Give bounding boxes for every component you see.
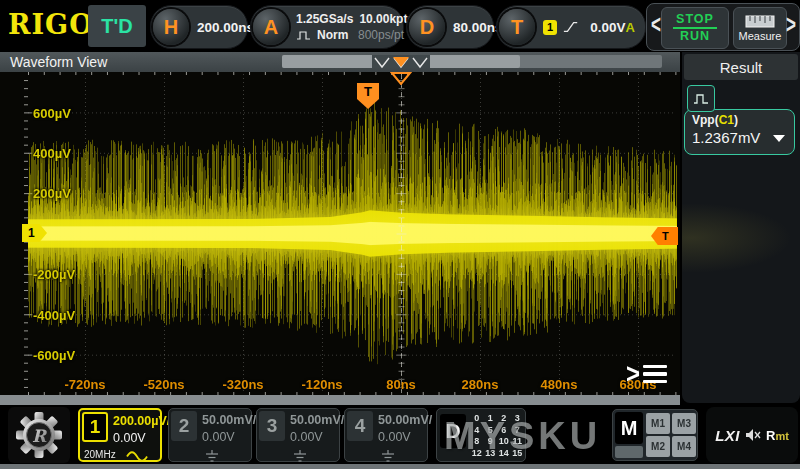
channel-3-button[interactable]: 3 50.00mV/ 0.00V [256,408,340,462]
channel-4-number: 4 [347,411,373,441]
stop-label: STOP [676,12,714,27]
nav-left-chevron[interactable]: < [651,10,661,40]
channel-4-scale: 50.00mV/ [378,413,432,427]
run-label: RUN [680,29,710,44]
trigger-source-badge: 1 [543,20,557,35]
chevron-right-icon: > [626,357,640,392]
channel-4-offset: 0.00V [378,430,411,444]
oscilloscope-screen: RIGOL T'D H 200.00ns/ A 1.25GSa/s 10.00k… [0,0,800,469]
x-axis-label: -320ns [222,377,263,392]
math-channels-button[interactable]: M M1 M3 M2 M4 [612,409,698,461]
measurement-result-card[interactable]: Vpp(C1) 1.2367mV [684,109,795,155]
digital-bit: 7 [515,425,520,437]
gnd-coupling-icon [205,450,219,462]
digital-bit: 5 [488,425,493,437]
digital-bit: 12 [472,448,482,460]
horizontal-icon: H [153,9,189,45]
result-panel: Result Vpp(C1) 1.2367mV [682,52,800,403]
waveform-display[interactable] [0,72,680,395]
horizontal-settings-button[interactable]: H 200.00ns/ [150,5,248,49]
measurement-value: 1.2367mV [692,129,760,146]
svg-text:R: R [32,426,48,446]
digital-bit: 2 [501,413,506,425]
channel-1-offset: 0.00V [113,431,146,445]
x-axis-label: 280ns [462,377,499,392]
math-grid: M1 M3 M2 M4 [646,413,696,457]
digital-bit: 9 [488,436,493,448]
channel-2-offset: 0.00V [202,430,235,444]
scrollbar-zoom-window[interactable] [372,55,430,68]
x-axis-label: 80ns [386,377,416,392]
trigger-slope-icon [563,20,578,34]
menu-lines-icon [643,365,667,384]
math-m4-button[interactable]: M4 [672,436,696,457]
measure-label: Measure [739,30,782,42]
digital-bit: 13 [485,448,495,460]
digital-bit: 0 [474,413,479,425]
waveform-window-bottom-strip [0,395,680,405]
channel-3-scale: 50.00mV/ [290,413,344,427]
waveform-view-window: Waveform View 600µV 400µV 200µV -200µV -… [0,52,680,405]
nav-right-chevron[interactable]: > [786,10,796,40]
math-m3-button[interactable]: M3 [672,413,696,434]
acquisition-settings-button[interactable]: A 1.25GSa/s 10.00kpts Norm 800ps/pt [250,5,404,49]
digital-bits-grid: 0123456789101112131415 [470,413,524,459]
acquire-mode: Norm [317,28,348,42]
trigger-status-badge: T'D [88,5,146,47]
digital-bit: 4 [474,425,479,437]
timebase-scrollbar[interactable] [282,55,662,68]
channel-1-bandwidth: 20MHz [84,449,116,460]
digital-bit: 15 [512,448,522,460]
gnd-coupling-icon [293,450,307,462]
io-status-box[interactable]: LXI Rmt [706,407,798,463]
digital-bit: 11 [512,436,522,448]
channel-2-button[interactable]: 2 50.00mV/ 0.00V [168,408,252,462]
measurement-channel: C1 [719,113,734,127]
trigger-position-triangle[interactable] [390,72,412,85]
channel-1-scale: 200.00µV/ [113,414,170,428]
channel-1-number: 1 [82,412,108,442]
rigol-gear-menu-button[interactable]: R [8,407,70,463]
digital-label: D [440,414,466,448]
remote-indicator: Rmt [766,428,789,443]
y-axis-label: -400µV [33,307,75,322]
ruler-icon [745,15,775,28]
measure-button[interactable]: Measure [733,7,787,49]
quick-action-cluster: < STOP RUN Measure > [646,3,800,51]
math-label: M [615,412,643,444]
top-status-bar: RIGOL T'D H 200.00ns/ A 1.25GSa/s 10.00k… [0,0,800,52]
result-panel-title: Result [684,54,798,80]
trigger-settings-button[interactable]: T 1 0.00V A [496,5,646,49]
stop-run-button[interactable]: STOP RUN [661,7,729,49]
trigger-icon: T [499,9,535,45]
math-filler [615,446,643,458]
timebase-value: 200.00ns/ [197,20,258,35]
bottom-edge-strip [0,464,800,469]
bottom-status-bar: R 1 200.00µV/ 0.00V 20MHz 2 50.00mV/ 0.0… [0,405,800,469]
acquire-info: 1.25GSa/s 10.00kpts Norm 800ps/pt [296,12,404,42]
digital-channels-button[interactable]: D 0123456789101112131415 [436,408,526,462]
digital-bit: 14 [499,448,509,460]
channel-1-button[interactable]: 1 200.00µV/ 0.00V 20MHz [78,408,162,462]
vpp-pulse-icon [693,93,709,105]
digital-bit: 10 [499,436,509,448]
gear-icon: R [15,411,63,459]
trigger-level-value: 0.00V [590,20,625,35]
expand-menu-button[interactable]: > [626,358,672,390]
measurement-type-tab[interactable] [687,85,715,112]
y-axis-label: 600µV [33,105,71,120]
speaker-muted-icon [745,428,761,442]
channel-3-offset: 0.00V [290,430,323,444]
dropdown-caret-icon[interactable] [773,135,785,142]
y-axis-label: -200µV [33,267,75,282]
y-axis-label: -600µV [33,348,75,363]
waveform-view-titlebar[interactable]: Waveform View [0,52,680,72]
math-m2-button[interactable]: M2 [646,436,670,457]
math-m1-button[interactable]: M1 [646,413,670,434]
digital-bit: 8 [474,436,479,448]
delay-settings-button[interactable]: D 80.00ns [406,5,494,49]
channel-4-button[interactable]: 4 50.00mV/ 0.00V [344,408,428,462]
channel-2-scale: 50.00mV/ [202,413,256,427]
ac-coupling-icon [126,451,148,462]
y-axis-label: 400µV [33,146,71,161]
